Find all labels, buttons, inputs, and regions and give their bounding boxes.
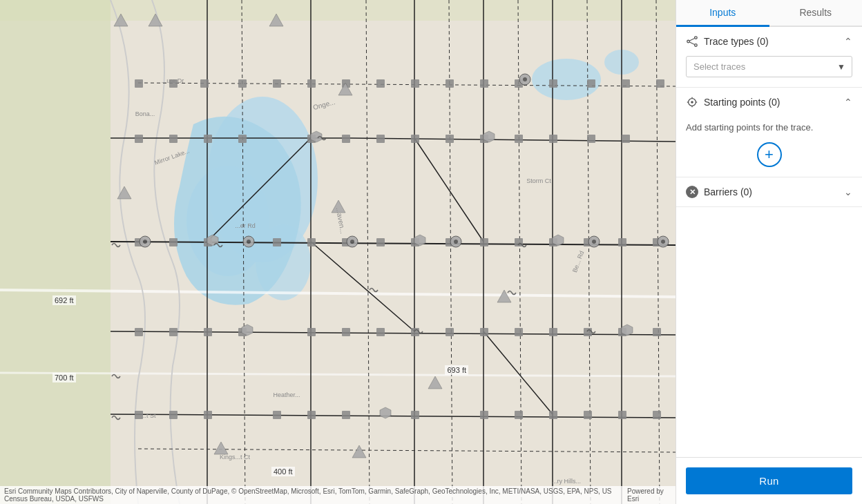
trace-types-header-left: Trace types (0) [686, 35, 769, 48]
svg-rect-71 [376, 238, 385, 246]
panel-tabs: Inputs Results [676, 0, 862, 27]
svg-rect-53 [204, 135, 212, 143]
svg-rect-8 [0, 0, 111, 504]
svg-point-157 [695, 37, 698, 39]
svg-point-125 [523, 77, 527, 81]
scale-label-700: 700 ft [52, 373, 76, 382]
svg-rect-37 [200, 79, 209, 88]
svg-rect-62 [549, 135, 557, 143]
run-button[interactable]: Run [686, 467, 852, 494]
tab-results[interactable]: Results [769, 0, 863, 27]
svg-rect-100 [342, 411, 350, 419]
starting-points-description: Add starting points for the trace. [686, 122, 852, 133]
svg-text:Kings...t Ct: Kings...t Ct [220, 454, 251, 461]
svg-rect-85 [342, 328, 350, 336]
svg-rect-107 [653, 411, 661, 419]
scale-label-693: 693 ft [445, 365, 468, 375]
panel-content: Trace types (0) ⌃ Select traces ▼ [676, 27, 862, 457]
svg-rect-9 [0, 0, 676, 21]
select-traces-dropdown[interactable]: Select traces [686, 56, 852, 77]
starting-points-title: Starting points (0) [704, 97, 780, 108]
map-attribution: Esri Community Maps Contributors, City o… [0, 486, 676, 504]
svg-rect-50 [656, 79, 664, 88]
svg-rect-75 [515, 238, 523, 246]
svg-rect-68 [273, 238, 281, 246]
starting-points-section: Starting points (0) ⌃ Add starting point… [676, 88, 862, 177]
svg-rect-49 [622, 79, 630, 88]
scale-label-400ft: 400 ft [271, 467, 295, 476]
starting-points-body: Add starting points for the trace. + [676, 117, 862, 177]
svg-rect-42 [376, 79, 385, 88]
svg-text:...ry Hills...: ...ry Hills... [552, 478, 581, 485]
svg-point-162 [691, 101, 693, 104]
svg-point-121 [350, 240, 354, 244]
trace-types-title: Trace types (0) [704, 36, 769, 47]
svg-rect-39 [273, 79, 281, 88]
svg-rect-90 [515, 328, 523, 336]
svg-rect-44 [446, 79, 454, 88]
svg-text:Heather...: Heather... [273, 391, 300, 398]
svg-rect-52 [169, 135, 178, 143]
svg-rect-86 [376, 328, 385, 336]
svg-rect-78 [618, 238, 626, 246]
map-container[interactable]: Cress Creek Country Club Onge... ...aven… [0, 0, 676, 504]
add-starting-point-button[interactable]: + [757, 142, 782, 167]
svg-rect-43 [411, 79, 419, 88]
svg-point-129 [661, 240, 665, 244]
barriers-header[interactable]: ✕ Barriers (0) ⌄ [676, 177, 862, 206]
svg-rect-101 [411, 411, 419, 419]
trace-types-header[interactable]: Trace types (0) ⌃ [676, 27, 862, 56]
svg-rect-99 [307, 411, 316, 419]
svg-rect-106 [618, 411, 626, 419]
svg-rect-45 [480, 79, 488, 88]
starting-points-header-left: Starting points (0) [686, 96, 780, 108]
barriers-header-left: ✕ Barriers (0) [686, 186, 752, 198]
svg-rect-51 [135, 135, 143, 143]
svg-rect-54 [238, 135, 247, 143]
starting-points-chevron: ⌃ [844, 97, 852, 108]
svg-rect-69 [307, 238, 316, 246]
svg-rect-56 [342, 135, 350, 143]
starting-points-icon [686, 96, 698, 108]
svg-rect-64 [622, 135, 630, 143]
map-svg: Cress Creek Country Club Onge... ...aven… [0, 0, 676, 504]
svg-rect-38 [238, 79, 247, 88]
svg-point-123 [454, 240, 458, 244]
svg-rect-84 [307, 328, 316, 336]
svg-point-156 [687, 40, 690, 43]
barriers-icon: ✕ [686, 186, 698, 198]
trace-types-chevron: ⌃ [844, 36, 852, 47]
starting-points-header[interactable]: Starting points (0) ⌃ [676, 88, 862, 117]
svg-rect-57 [376, 135, 385, 143]
svg-rect-59 [446, 135, 454, 143]
svg-rect-92 [584, 328, 592, 336]
svg-line-160 [689, 42, 694, 45]
svg-text:...t St: ...t St [141, 412, 156, 419]
svg-rect-102 [480, 411, 488, 419]
svg-text:Storm Ct: Storm Ct [526, 177, 551, 184]
svg-rect-66 [169, 238, 178, 246]
svg-rect-58 [411, 135, 419, 143]
svg-text:Bona...: Bona... [135, 110, 155, 117]
svg-rect-97 [204, 411, 212, 419]
svg-rect-98 [273, 411, 281, 419]
svg-rect-88 [446, 328, 454, 336]
svg-rect-63 [587, 135, 595, 143]
svg-rect-82 [204, 328, 212, 336]
svg-rect-80 [135, 328, 143, 336]
svg-rect-96 [169, 411, 178, 419]
svg-rect-47 [549, 79, 557, 88]
scale-label-692: 692 ft [52, 295, 76, 305]
svg-point-127 [592, 240, 596, 244]
svg-rect-94 [653, 328, 661, 336]
svg-rect-48 [587, 79, 595, 88]
svg-text:...ure Dr: ...ure Dr [162, 77, 184, 84]
barriers-section: ✕ Barriers (0) ⌄ [676, 177, 862, 207]
svg-rect-103 [515, 411, 523, 419]
svg-point-119 [247, 240, 251, 244]
run-button-container: Run [676, 457, 862, 504]
svg-rect-40 [307, 79, 316, 88]
svg-rect-81 [169, 328, 178, 336]
right-panel: Inputs Results Trace types (0) [676, 0, 862, 504]
tab-inputs[interactable]: Inputs [676, 0, 769, 27]
